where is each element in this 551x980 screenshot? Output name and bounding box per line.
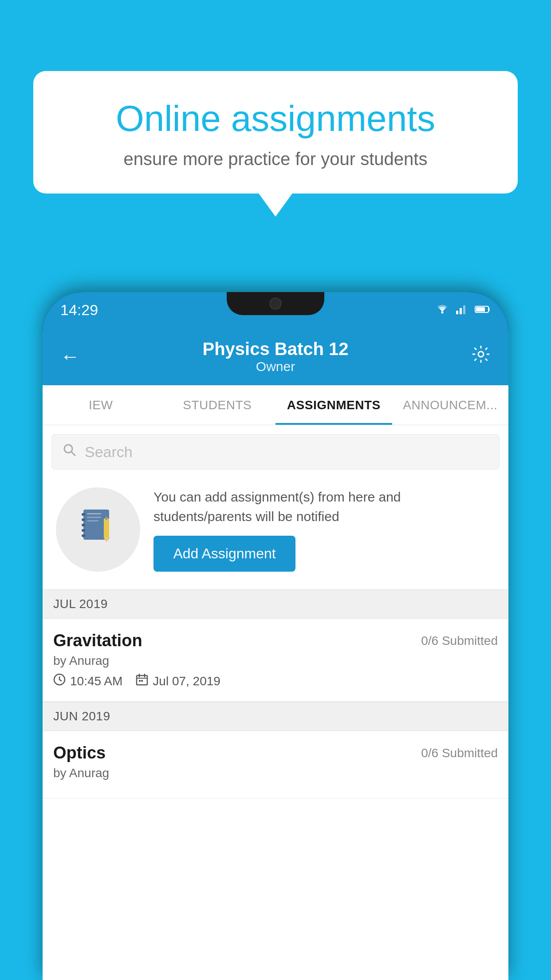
info-description: You can add assignment(s) from here and … [153, 487, 495, 526]
svg-rect-5 [476, 307, 485, 312]
assignment-time: 10:45 AM [70, 674, 122, 688]
assignment-icon-circle [56, 487, 140, 572]
svg-rect-18 [87, 513, 101, 514]
svg-point-6 [478, 352, 484, 357]
settings-icon[interactable] [471, 344, 491, 368]
assignment-submitted-optics: 0/6 Submitted [421, 746, 498, 760]
phone-notch [227, 292, 324, 315]
status-icons [435, 303, 491, 317]
status-time: 14:29 [60, 301, 98, 319]
assignment-author-gravitation: by Anurag [53, 654, 498, 668]
section-header-jun: JUN 2019 [43, 702, 508, 731]
notebook-icon [78, 505, 118, 554]
front-camera [269, 297, 282, 310]
clock-icon [53, 673, 66, 689]
bubble-subtitle: ensure more practice for your students [64, 149, 487, 169]
svg-rect-12 [82, 529, 85, 532]
svg-rect-13 [82, 534, 85, 537]
svg-rect-19 [87, 517, 101, 518]
tab-bar: IEW STUDENTS ASSIGNMENTS ANNOUNCEM... [43, 385, 508, 425]
phone-frame: 14:29 [43, 292, 508, 980]
header-title: Physics Batch 12 Owner [202, 339, 348, 374]
wifi-icon [435, 303, 450, 317]
tab-view[interactable]: IEW [43, 385, 159, 425]
assignment-date-item: Jul 07, 2019 [136, 673, 220, 689]
svg-rect-15 [106, 517, 107, 520]
svg-rect-11 [82, 524, 85, 526]
svg-rect-14 [104, 518, 109, 538]
svg-rect-3 [463, 305, 465, 314]
assignment-top-row-optics: Optics 0/6 Submitted [53, 743, 498, 763]
app-header: ← Physics Batch 12 Owner [43, 328, 508, 385]
search-bar[interactable]: Search [51, 434, 500, 470]
svg-rect-10 [82, 518, 85, 521]
svg-rect-23 [139, 680, 141, 682]
search-icon [63, 443, 77, 461]
assignment-top-row: Gravitation 0/6 Submitted [53, 631, 498, 650]
tab-students[interactable]: STUDENTS [159, 385, 276, 425]
svg-rect-20 [87, 520, 98, 522]
battery-icon [475, 303, 491, 317]
assignment-time-item: 10:45 AM [53, 673, 122, 689]
assignment-author-optics: by Anurag [53, 766, 498, 780]
assignment-name-gravitation: Gravitation [53, 631, 142, 650]
assignment-date: Jul 07, 2019 [153, 674, 220, 688]
svg-rect-1 [456, 311, 458, 314]
speech-bubble-container: Online assignments ensure more practice … [33, 71, 518, 194]
svg-rect-24 [141, 680, 143, 682]
svg-rect-2 [460, 308, 462, 314]
info-text: You can add assignment(s) from here and … [153, 487, 495, 572]
info-card: You can add assignment(s) from here and … [51, 478, 500, 581]
assignment-name-optics: Optics [53, 743, 106, 763]
svg-rect-9 [82, 513, 85, 516]
batch-name: Physics Batch 12 [202, 339, 348, 359]
bubble-title: Online assignments [64, 98, 487, 139]
assignment-item-optics[interactable]: Optics 0/6 Submitted by Anurag [43, 731, 508, 798]
assignment-submitted-gravitation: 0/6 Submitted [421, 634, 498, 648]
tab-assignments[interactable]: ASSIGNMENTS [276, 385, 392, 425]
speech-bubble: Online assignments ensure more practice … [33, 71, 518, 194]
back-button[interactable]: ← [60, 345, 80, 368]
tab-announcements[interactable]: ANNOUNCEM... [392, 385, 509, 425]
signal-icon [456, 303, 468, 317]
svg-point-0 [441, 311, 444, 313]
add-assignment-button[interactable]: Add Assignment [153, 536, 295, 572]
assignment-meta-gravitation: 10:45 AM Jul 07, 2019 [53, 673, 498, 689]
search-placeholder: Search [85, 443, 133, 461]
assignment-item-gravitation[interactable]: Gravitation 0/6 Submitted by Anurag 10:4… [43, 619, 508, 702]
screen-content: Search [43, 425, 508, 980]
role-label: Owner [202, 359, 348, 374]
section-header-jul: JUL 2019 [43, 589, 508, 619]
calendar-icon [136, 673, 148, 689]
